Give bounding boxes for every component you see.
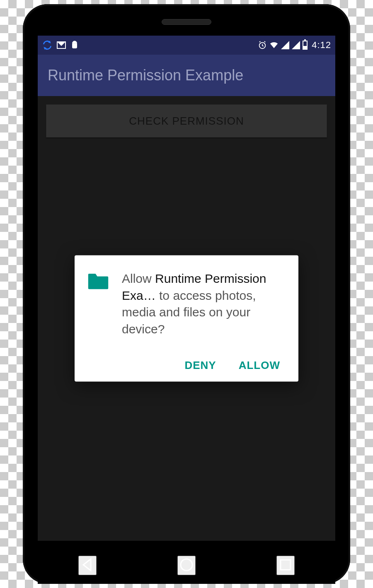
dialog-actions: DENY ALLOW [87,355,286,376]
sync-icon [42,40,53,51]
status-right: 4:12 [258,40,331,51]
dialog-text: Allow Runtime Permission Exa… to access … [122,270,286,337]
alarm-icon [258,41,267,50]
status-left [42,40,79,51]
deny-button[interactable]: DENY [183,355,218,376]
gmail-icon [57,41,66,49]
signal-icon [281,41,289,49]
app-bar: Runtime Permission Example [38,55,335,96]
phone-speaker [162,19,211,25]
status-clock: 4:12 [312,40,331,51]
phone-frame: 4:12 Runtime Permission Example CHECK PE… [23,4,350,584]
svg-point-1 [181,559,192,571]
navigation-bar [38,547,335,584]
battery-icon [303,41,308,50]
main-content: CHECK PERMISSION Allow Runtime Permissio… [38,96,335,541]
folder-icon [87,272,109,337]
signal-icon-2 [292,41,300,49]
android-icon [70,41,79,50]
svg-rect-2 [281,560,291,570]
app-title: Runtime Permission Example [48,67,243,84]
nav-back-button[interactable] [78,556,97,575]
nav-home-button[interactable] [177,556,196,575]
wifi-icon [269,41,279,50]
dialog-body: Allow Runtime Permission Exa… to access … [87,270,286,337]
permission-dialog: Allow Runtime Permission Exa… to access … [75,255,298,382]
allow-button[interactable]: ALLOW [237,355,282,376]
status-bar: 4:12 [38,36,335,55]
nav-recent-button[interactable] [276,556,295,575]
screen: 4:12 Runtime Permission Example CHECK PE… [38,36,335,541]
dialog-text-prefix: Allow [122,272,155,285]
